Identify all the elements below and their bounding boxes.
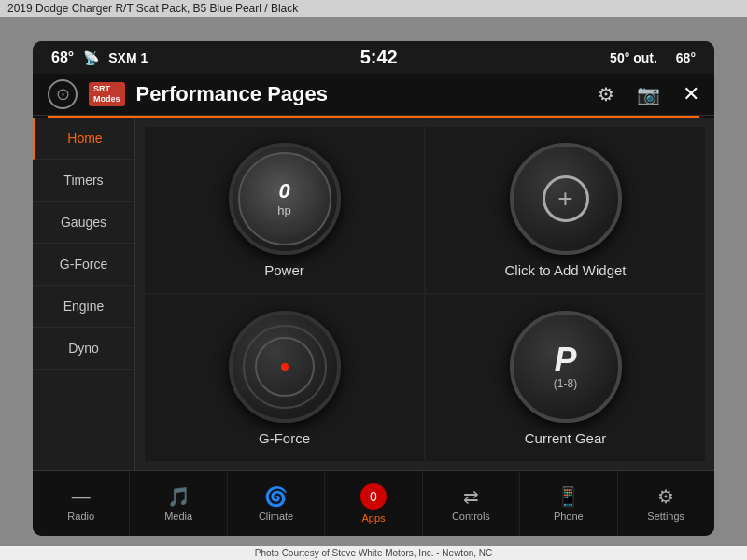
radio-icon: — xyxy=(72,486,91,508)
power-gauge: 0 hp xyxy=(229,143,341,255)
nav-apps-label: Apps xyxy=(361,512,385,524)
apps-icon: 0 xyxy=(360,483,387,510)
phone-icon: 📱 xyxy=(557,485,580,508)
nav-media[interactable]: 🎵 Media xyxy=(130,471,227,536)
temp-right: 68° xyxy=(676,50,696,65)
page-title-bar: 2019 Dodge Charger R/T Scat Pack, B5 Blu… xyxy=(0,0,747,17)
gear-label: Current Gear xyxy=(525,430,607,446)
srt-badge: SRT Modes xyxy=(89,82,125,106)
sidebar: Home Timers Gauges G-Force Engine Dyno xyxy=(33,118,135,470)
nav-radio[interactable]: — Radio xyxy=(33,471,130,536)
sidebar-item-gforce[interactable]: G-Force xyxy=(33,244,134,286)
nav-climate[interactable]: 🌀 Climate xyxy=(228,471,325,536)
sidebar-item-gauges[interactable]: Gauges xyxy=(33,202,134,244)
gear-gauge: P (1-8) xyxy=(510,311,622,423)
time-display: 5:42 xyxy=(360,47,398,68)
gear-range: (1-8) xyxy=(554,377,577,390)
controls-icon: ⇄ xyxy=(463,485,479,508)
power-label: Power xyxy=(264,262,304,278)
nav-media-label: Media xyxy=(164,511,192,522)
srt-logo-circle: ⊙ xyxy=(48,79,78,109)
gear-letter: P xyxy=(554,343,576,377)
current-gear-widget[interactable]: P (1-8) Current Gear xyxy=(426,295,705,461)
photo-credit: Photo Courtesy of Steve White Motors, In… xyxy=(0,546,747,560)
add-widget-cell[interactable]: + Click to Add Widget xyxy=(426,127,705,293)
header-title: Performance Pages xyxy=(136,82,586,106)
nav-controls-label: Controls xyxy=(452,511,490,522)
sidebar-item-engine[interactable]: Engine xyxy=(33,286,134,328)
signal-icon: 📡 xyxy=(83,50,99,65)
power-unit: hp xyxy=(277,203,290,217)
header-bar: ⊙ SRT Modes Performance Pages ⚙ 📷 ✕ xyxy=(33,74,714,116)
nav-radio-label: Radio xyxy=(67,511,94,522)
add-widget-button[interactable]: + xyxy=(510,143,622,255)
nav-climate-label: Climate xyxy=(259,511,293,522)
settings-icon[interactable]: ⚙ xyxy=(598,83,614,105)
outside-temp: 50° out. xyxy=(610,50,657,65)
add-widget-label: Click to Add Widget xyxy=(504,262,626,278)
sidebar-item-timers[interactable]: Timers xyxy=(33,160,134,202)
status-bar: 68° 📡 SXM 1 5:42 50° out. 68° xyxy=(33,41,714,74)
widget-grid: 0 hp Power + Click to Add Widget xyxy=(135,118,714,470)
status-left: 68° 📡 SXM 1 xyxy=(51,49,148,66)
temp-left: 68° xyxy=(51,49,74,66)
nav-settings-label: Settings xyxy=(647,511,684,522)
nav-settings[interactable]: ⚙ Settings xyxy=(618,471,714,536)
nav-phone-label: Phone xyxy=(554,511,584,522)
nav-phone[interactable]: 📱 Phone xyxy=(520,471,617,536)
power-widget[interactable]: 0 hp Power xyxy=(145,127,424,293)
nav-controls[interactable]: ⇄ Controls xyxy=(423,471,520,536)
header-icons: ⚙ 📷 ✕ xyxy=(598,82,699,106)
settings-nav-icon: ⚙ xyxy=(657,485,674,508)
status-right: 50° out. 68° xyxy=(610,50,696,65)
gforce-gauge xyxy=(229,311,341,423)
gforce-label: G-Force xyxy=(259,430,310,446)
bottom-nav: — Radio 🎵 Media 🌀 Climate 0 Apps ⇄ Contr… xyxy=(33,470,714,536)
gforce-dot xyxy=(281,363,289,371)
apps-icon-value: 0 xyxy=(370,489,377,504)
sidebar-item-home[interactable]: Home xyxy=(33,118,134,160)
power-value: 0 xyxy=(278,179,289,203)
page-title: 2019 Dodge Charger R/T Scat Pack, B5 Blu… xyxy=(7,2,298,15)
power-gauge-inner: 0 hp xyxy=(238,152,331,245)
plus-icon: + xyxy=(543,175,589,222)
sidebar-item-dyno[interactable]: Dyno xyxy=(33,328,134,370)
media-icon: 🎵 xyxy=(167,485,190,508)
main-content: Home Timers Gauges G-Force Engine Dyno xyxy=(33,118,714,470)
gforce-inner xyxy=(243,325,327,409)
climate-icon: 🌀 xyxy=(264,485,288,508)
gforce-widget[interactable]: G-Force xyxy=(145,295,424,461)
infotainment-screen: 68° 📡 SXM 1 5:42 50° out. 68° ⊙ SRT Mode… xyxy=(33,41,714,536)
signal-label: SXM 1 xyxy=(108,50,148,65)
camera-icon[interactable]: 📷 xyxy=(637,83,660,105)
nav-apps[interactable]: 0 Apps xyxy=(325,471,422,536)
close-icon[interactable]: ✕ xyxy=(683,82,699,106)
